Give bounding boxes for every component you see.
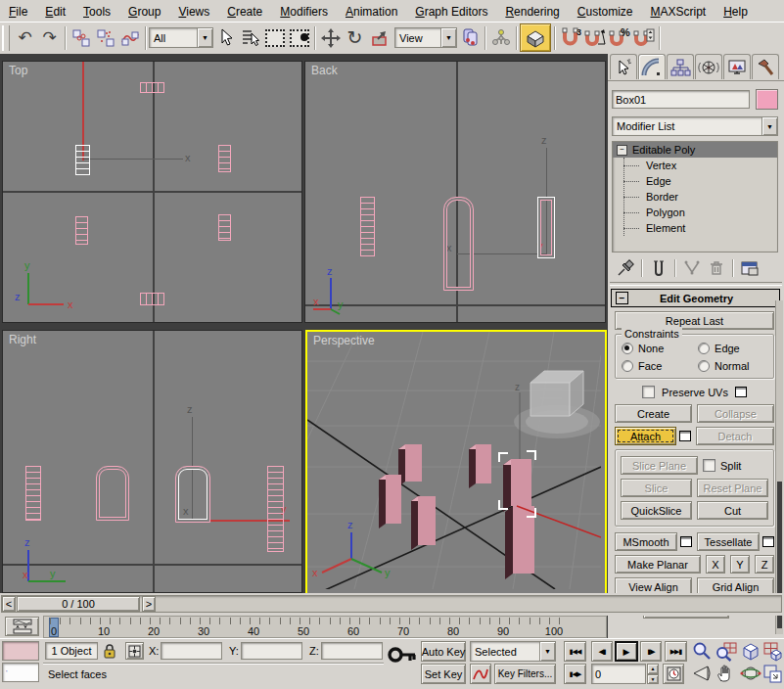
reset-plane-button[interactable]: Reset Plane xyxy=(697,479,768,497)
field-of-view-button[interactable] xyxy=(692,664,713,684)
panel-scrollbar[interactable] xyxy=(775,300,783,634)
quickslice-button[interactable]: QuickSlice xyxy=(621,501,692,520)
wireframe-box[interactable] xyxy=(140,82,164,93)
stack-item-element[interactable]: Element xyxy=(613,220,777,236)
slice-button[interactable]: Slice xyxy=(621,479,692,497)
viewport-top-label[interactable]: Top xyxy=(9,64,27,77)
pan-button[interactable] xyxy=(715,664,736,684)
stack-item-vertex[interactable]: Vertex xyxy=(613,158,777,173)
viewport-perspective-active[interactable]: Perspective z xyxy=(305,330,607,595)
constraint-none-radio[interactable]: None xyxy=(622,343,698,354)
wireframe-box[interactable] xyxy=(25,466,41,521)
tab-motion[interactable] xyxy=(695,54,722,79)
previous-frame-button[interactable]: ◀▮ xyxy=(591,641,613,662)
configure-modifier-sets-button[interactable] xyxy=(738,258,761,279)
preserve-uvs-settings-button[interactable] xyxy=(735,387,747,397)
use-pivot-point-center-button[interactable] xyxy=(457,25,482,50)
menu-file[interactable]: File xyxy=(0,2,36,21)
pin-stack-button[interactable] xyxy=(614,258,636,279)
tab-create[interactable] xyxy=(610,54,637,79)
y-coordinate-field[interactable] xyxy=(241,642,302,660)
spinner-snap-toggle-button[interactable] xyxy=(631,25,656,50)
zoom-extents-button[interactable] xyxy=(740,641,761,662)
create-button[interactable]: Create xyxy=(615,404,692,423)
tessellate-button[interactable]: Tessellate xyxy=(697,532,760,551)
wireframe-shape-selected[interactable] xyxy=(175,466,210,523)
tree-collapse-icon[interactable]: − xyxy=(617,145,627,156)
play-button[interactable]: ▶ xyxy=(615,641,638,662)
tab-modify[interactable] xyxy=(638,54,666,79)
toolbar-grip[interactable] xyxy=(2,25,10,51)
wireframe-shape[interactable] xyxy=(96,466,129,521)
menu-edit[interactable]: Edit xyxy=(36,2,74,21)
preserve-uvs-checkbox[interactable] xyxy=(642,386,655,398)
menu-animation[interactable]: Animation xyxy=(337,2,406,21)
constraint-face-radio[interactable]: Face xyxy=(622,360,698,372)
menu-tools[interactable]: Tools xyxy=(74,2,119,21)
zoom-all-button[interactable] xyxy=(715,641,737,662)
wireframe-box[interactable] xyxy=(140,293,164,305)
tab-utilities[interactable] xyxy=(752,54,779,79)
percent-snap-toggle-button[interactable]: % xyxy=(607,25,631,50)
selection-filter-dropdown[interactable]: All▼ xyxy=(149,27,213,48)
menu-rendering[interactable]: Rendering xyxy=(496,2,568,21)
select-and-scale-button[interactable] xyxy=(367,25,392,50)
z-coordinate-field[interactable] xyxy=(321,642,383,660)
wireframe-shape[interactable] xyxy=(443,197,474,291)
go-to-start-button[interactable]: ▮◀◀ xyxy=(564,641,586,662)
wireframe-box[interactable] xyxy=(218,145,231,172)
select-and-manipulate-button[interactable] xyxy=(488,25,513,50)
track-bar-ruler[interactable]: 0 10 20 30 40 50 60 70 80 90 100 xyxy=(43,616,607,638)
open-mini-curve-editor-button[interactable] xyxy=(5,617,39,636)
stack-item-edge[interactable]: Edge xyxy=(613,173,777,189)
menu-modifiers[interactable]: Modifiers xyxy=(271,2,337,21)
redo-button[interactable]: ↷ xyxy=(37,25,62,50)
slice-plane-button[interactable]: Slice Plane xyxy=(621,456,698,475)
snaps-toggle-button[interactable]: 3 xyxy=(558,25,582,50)
window-crossing-toggle[interactable] xyxy=(287,25,311,50)
menu-views[interactable]: Views xyxy=(169,2,218,21)
reference-coordinate-system-dropdown[interactable]: View▼ xyxy=(394,27,457,48)
absolute-offset-mode-toggle[interactable] xyxy=(125,642,144,660)
tessellate-settings-button[interactable] xyxy=(762,536,774,547)
set-key-button[interactable]: Set Key xyxy=(421,664,466,684)
maximize-viewport-toggle[interactable] xyxy=(762,664,783,684)
maxscript-mini-listener[interactable]: ' xyxy=(2,663,39,682)
cut-button[interactable]: Cut xyxy=(697,501,768,520)
tab-hierarchy[interactable] xyxy=(667,54,694,79)
select-object-button[interactable] xyxy=(213,25,238,50)
x-coordinate-field[interactable] xyxy=(161,642,222,660)
make-unique-button[interactable] xyxy=(680,258,703,279)
constraint-edge-radio[interactable]: Edge xyxy=(698,343,767,354)
zoom-button[interactable] xyxy=(692,641,713,662)
wireframe-box[interactable] xyxy=(360,197,375,256)
next-frame-button[interactable]: ▮▶ xyxy=(640,641,662,662)
viewport-top[interactable]: Top x y x z xyxy=(2,61,302,323)
menu-create[interactable]: Create xyxy=(218,2,271,21)
next-frame-arrow-button[interactable]: > xyxy=(142,596,156,612)
select-and-rotate-button[interactable]: ↻ xyxy=(343,25,367,50)
current-frame-field[interactable]: 0 xyxy=(591,664,646,684)
collapse-button[interactable]: Collapse xyxy=(697,404,774,423)
attach-button-active[interactable]: Attach xyxy=(615,427,676,445)
msmooth-button[interactable]: MSmooth xyxy=(615,532,677,551)
viewport-back-label[interactable]: Back xyxy=(311,64,338,77)
stack-item-polygon[interactable]: Polygon xyxy=(613,205,777,220)
show-end-result-button[interactable] xyxy=(647,258,669,279)
viewport-perspective-label[interactable]: Perspective xyxy=(313,334,375,347)
menu-customize[interactable]: Customize xyxy=(569,2,642,21)
modifier-list-dropdown[interactable]: Modifier List▼ xyxy=(612,116,778,136)
viewport-right[interactable]: Right z x y z x y xyxy=(2,330,302,593)
detach-button[interactable]: Detach xyxy=(696,427,774,445)
planar-y-button[interactable]: Y xyxy=(730,555,750,574)
set-keys-button[interactable] xyxy=(388,645,417,670)
wireframe-box-selected[interactable] xyxy=(75,145,90,175)
zoom-extents-all-button[interactable] xyxy=(762,641,784,662)
selection-lock-toggle[interactable] xyxy=(102,642,117,660)
keyboard-shortcut-override-toggle[interactable] xyxy=(520,23,551,52)
object-name-field[interactable]: Box01 xyxy=(612,90,750,109)
arc-rotate-button[interactable] xyxy=(740,664,761,684)
wireframe-box[interactable] xyxy=(218,214,231,241)
time-configuration-button[interactable] xyxy=(663,664,684,684)
viewport-back[interactable]: Back z x y z x y xyxy=(304,61,606,323)
